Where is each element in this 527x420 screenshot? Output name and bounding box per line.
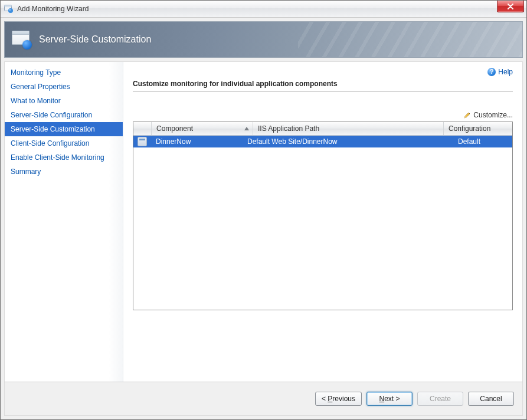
customize-label: Customize... [473,111,513,119]
step-enable-client-side-monitoring[interactable]: Enable Client-Side Monitoring [5,150,123,165]
column-component-label: Component [156,124,193,133]
banner: Server-Side Customization [4,21,523,58]
step-general-properties[interactable]: General Properties [5,80,123,94]
close-button[interactable] [497,1,524,12]
step-client-side-configuration[interactable]: Client-Side Configuration [5,136,123,150]
webapp-icon [138,137,147,146]
column-iis-path[interactable]: IIS Application Path [253,122,444,135]
create-button: Create [417,392,463,406]
cancel-button[interactable]: Cancel [468,392,514,406]
next-button[interactable]: Next > [366,392,413,406]
svg-point-2 [8,8,13,13]
wizard-window: Add Monitoring Wizard Server-Side Custom… [0,0,527,420]
titlebar: Add Monitoring Wizard [1,1,526,18]
column-icon[interactable] [133,122,152,135]
window-title: Add Monitoring Wizard [17,5,89,13]
banner-title: Server-Side Customization [39,34,151,45]
grid-header: Component IIS Application Path Configura… [133,122,512,136]
column-component[interactable]: Component [152,122,253,135]
step-server-side-configuration[interactable]: Server-Side Configuration [5,108,123,122]
help-label: Help [498,68,513,76]
help-link[interactable]: ? Help [487,68,513,76]
wizard-steps-sidebar: Monitoring Type General Properties What … [5,62,123,382]
column-configuration-label: Configuration [449,124,490,133]
content-area: ? Help Customize monitoring for individu… [123,62,522,382]
pencil-icon [464,111,471,119]
step-what-to-monitor[interactable]: What to Monitor [5,94,123,108]
app-icon [4,4,14,14]
column-configuration[interactable]: Configuration [444,122,512,135]
footer-buttons: < Previous Next > Create Cancel [4,382,523,416]
body: Monitoring Type General Properties What … [4,61,523,382]
section-title: Customize monitoring for individual appl… [133,77,513,92]
previous-button[interactable]: < Previous [315,392,362,406]
column-iis-path-label: IIS Application Path [258,124,319,133]
help-icon: ? [487,68,496,76]
step-summary[interactable]: Summary [5,165,123,179]
banner-icon [12,29,32,50]
sort-ascending-icon [244,127,249,130]
components-grid: Component IIS Application Path Configura… [133,122,513,310]
table-row[interactable]: DinnerNow Default Web Site/DinnerNow Def… [133,136,512,147]
svg-rect-1 [5,5,12,7]
step-monitoring-type[interactable]: Monitoring Type [5,65,123,80]
customize-button[interactable]: Customize... [464,111,513,119]
cell-component: DinnerNow [151,137,243,146]
step-server-side-customization[interactable]: Server-Side Customization [5,122,123,136]
cell-path: Default Web Site/DinnerNow [243,137,453,146]
svg-point-3 [9,9,11,11]
cell-configuration: Default [453,137,512,146]
